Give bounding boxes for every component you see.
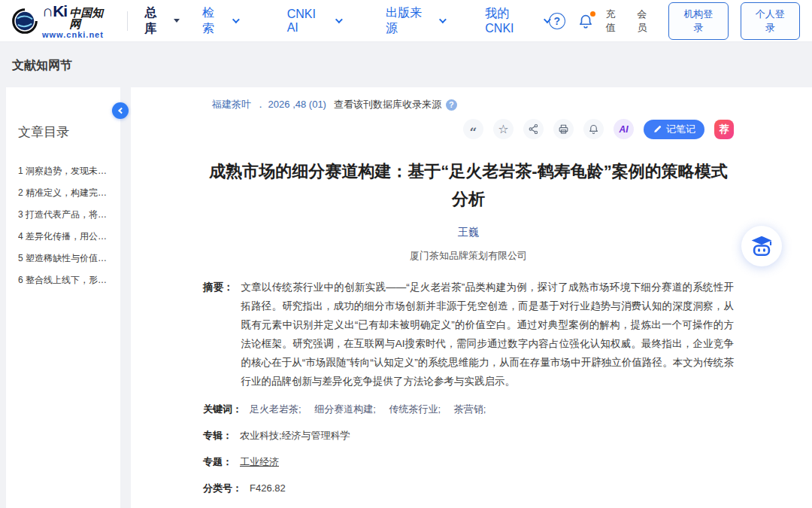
member-link[interactable]: 会员 <box>637 8 656 35</box>
article-title: 成熟市场的细分赛道构建：基于“足火老岩茶-鹤寿龟龄”案例的策略模式分析 <box>203 157 734 213</box>
abstract-section: 摘要： 文章以传统茶行业中的创新实践——“足火老岩茶”品类构建为例，探讨了成熟市… <box>203 278 734 391</box>
logo-brand-cn: 中国知网 <box>69 7 114 29</box>
bell-icon <box>588 123 599 135</box>
divider <box>127 11 128 31</box>
keyword-link[interactable]: 传统茶行业; <box>389 403 441 415</box>
toc-item-1[interactable]: 1 洞察趋势，发现未被占... <box>18 160 113 182</box>
nav-item-jiansuo[interactable]: 检索 <box>202 5 238 37</box>
topic-link[interactable]: 工业经济 <box>240 455 279 469</box>
toc-item-6[interactable]: 6 整合线上线下，形成认... <box>18 269 113 291</box>
keywords-list: 足火老岩茶; 细分赛道构建; 传统茶行业; 茶营销; <box>250 403 496 416</box>
notification-dot <box>590 11 595 17</box>
source-help-icon[interactable]: ? <box>446 99 457 111</box>
keyword-link[interactable]: 细分赛道构建; <box>314 403 376 415</box>
chevron-down-icon <box>232 16 240 23</box>
logo-text: ∩Ki 中国知网 www.cnki.net <box>42 3 114 39</box>
author-row: 王巍 <box>203 226 734 239</box>
notification-bell-icon[interactable] <box>577 13 594 29</box>
toc-item-4[interactable]: 4 差异化传播，用公关思... <box>18 226 113 248</box>
help-icon[interactable]: ? <box>549 13 565 29</box>
clc-label: 分类号： <box>203 481 242 496</box>
clc-row: 分类号： F426.82 <box>203 481 734 496</box>
journal-issue: ． 2026 ,48 (01) <box>256 98 326 111</box>
logo-brand: ∩Ki <box>42 3 67 19</box>
toc-item-2[interactable]: 2 精准定义，构建完整且... <box>18 182 113 204</box>
chevron-down-icon <box>439 16 447 23</box>
sidebar-collapse-button[interactable] <box>112 102 129 119</box>
nav-label: 出版来源 <box>386 5 433 37</box>
share-button[interactable] <box>523 119 544 139</box>
printer-icon <box>558 123 569 135</box>
album-label: 专辑： <box>203 428 232 443</box>
toc-item-5[interactable]: 5 塑造稀缺性与价值标杆... <box>18 248 113 269</box>
take-note-button[interactable]: 记笔记 <box>644 120 704 139</box>
recharge-link[interactable]: 充值 <box>606 8 626 35</box>
album-row: 专辑： 农业科技;经济与管理科学 <box>203 428 734 443</box>
nav-item-zongku[interactable]: 总库 <box>144 5 180 37</box>
nav-item-my-cnki[interactable]: 我的CNKI <box>485 6 549 35</box>
nav-label: 检索 <box>202 5 226 37</box>
share-icon <box>528 123 539 135</box>
database-source-link[interactable]: 查看该刊数据库收录来源 <box>334 98 441 111</box>
article-card: 福建茶叶 ． 2026 ,48 (01) 查看该刊数据库收录来源 ? “ ☆ <box>131 87 812 508</box>
breadcrumb: 文献知网节 <box>12 59 72 71</box>
toc-title: 文章目录 <box>18 123 113 141</box>
journal-row: 福建茶叶 ． 2026 ,48 (01) 查看该刊数据库收录来源 ? <box>203 98 734 111</box>
toc-item-3[interactable]: 3 打造代表产品，将品类... <box>18 204 113 226</box>
nav-item-cnki-ai[interactable]: CNKI AI <box>287 8 341 35</box>
nav-label: 我的CNKI <box>485 6 538 35</box>
pencil-icon <box>653 124 662 134</box>
main-nav: 总库 检索 CNKI AI 出版来源 我的CNKI <box>144 5 548 37</box>
ai-assistant-button[interactable]: AI <box>614 119 634 139</box>
toc-list: 1 洞察趋势，发现未被占... 2 精准定义，构建完整且... 3 打造代表产品… <box>18 160 113 291</box>
author-link[interactable]: 王巍 <box>458 226 479 238</box>
topbar-right: ? 充值 会员 机构登录 个人登录 <box>549 2 800 40</box>
logo-site-url: www.cnki.net <box>42 31 114 39</box>
keywords-label: 关键词： <box>203 402 242 417</box>
print-button[interactable] <box>553 119 574 139</box>
star-icon: ☆ <box>498 122 508 136</box>
caret-down-icon <box>174 19 180 23</box>
keyword-link[interactable]: 足火老岩茶; <box>250 403 301 415</box>
topic-row: 专题： 工业经济 <box>203 455 734 470</box>
article-toc-sidebar: 文章目录 1 洞察趋势，发现未被占... 2 精准定义，构建完整且... 3 打… <box>6 87 120 508</box>
chevron-down-icon <box>335 16 343 23</box>
ai-mascot-button[interactable] <box>741 226 782 266</box>
document-toolbar: “ ☆ AI <box>203 119 734 139</box>
globe-icon <box>12 8 38 34</box>
org-login-button[interactable]: 机构登录 <box>668 2 728 40</box>
journal-name-link[interactable]: 福建茶叶 <box>212 98 251 111</box>
alert-button[interactable] <box>583 119 604 139</box>
top-navbar: ∩Ki 中国知网 www.cnki.net 总库 检索 CNKI AI 出版来源… <box>0 0 812 42</box>
album-value: 农业科技;经济与管理科学 <box>240 429 350 443</box>
breadcrumb-bar: 文献知网节 <box>0 42 812 87</box>
recommend-badge[interactable]: 荐 <box>714 120 734 139</box>
content-layout: 文章目录 1 洞察趋势，发现未被占... 2 精准定义，构建完整且... 3 打… <box>0 87 812 508</box>
nav-label: CNKI AI <box>287 8 329 35</box>
robot-graduate-icon <box>750 234 774 258</box>
favorite-button[interactable]: ☆ <box>493 119 514 139</box>
personal-login-button[interactable]: 个人登录 <box>741 2 800 40</box>
take-note-label: 记笔记 <box>666 123 695 136</box>
abstract-text: 文章以传统茶行业中的创新实践——“足火老岩茶”品类构建为例，探讨了成熟市场环境下… <box>241 278 735 391</box>
abstract-label: 摘要： <box>203 278 234 391</box>
cnki-logo[interactable]: ∩Ki 中国知网 www.cnki.net <box>12 3 114 39</box>
cite-button[interactable]: “ <box>463 119 483 139</box>
nav-item-chuban[interactable]: 出版来源 <box>386 5 444 37</box>
quote-icon: “ <box>470 122 477 136</box>
chevron-left-icon <box>118 108 124 114</box>
clc-value: F426.82 <box>250 482 286 494</box>
affiliation: 厦门茶知品牌策划有限公司 <box>203 249 734 263</box>
nav-label: 总库 <box>144 5 168 37</box>
topic-label: 专题： <box>203 455 232 470</box>
keywords-row: 关键词： 足火老岩茶; 细分赛道构建; 传统茶行业; 茶营销; <box>203 402 734 417</box>
keyword-link[interactable]: 茶营销; <box>454 403 486 415</box>
